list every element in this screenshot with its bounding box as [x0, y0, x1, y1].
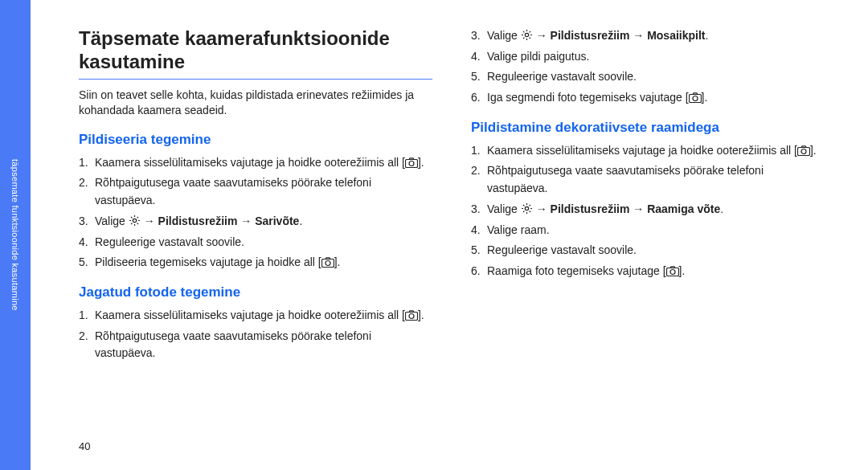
list-number: 3. — [471, 27, 487, 45]
list-item: 3.Valige → Pildistusrežiim → Raamiga võt… — [471, 201, 825, 219]
gear-icon — [521, 29, 533, 41]
list-text: Iga segmendi foto tegemiseks vajutage []… — [487, 89, 825, 107]
list-item: 4.Reguleerige vastavalt soovile. — [79, 234, 432, 251]
list-item: 1.Kaamera sisselülitamiseks vajutage ja … — [471, 142, 825, 160]
page-body: Täpsemate kaamerafunktsioonide kasutamin… — [31, 0, 868, 470]
list-number: 3. — [79, 213, 95, 231]
camera-icon — [405, 310, 418, 321]
camera-icon — [666, 266, 679, 276]
list-text: Reguleerige vastavalt soovile. — [95, 234, 432, 251]
svg-point-11 — [801, 149, 806, 153]
list-number: 1. — [79, 307, 95, 325]
ordered-list: 3.Valige → Pildistusrežiim → Mosaiikpilt… — [471, 27, 825, 107]
intro-text: Siin on teavet selle kohta, kuidas pildi… — [79, 88, 432, 119]
list-text: Rõhtpaigutusega vaate saavutamiseks pöör… — [95, 328, 432, 362]
list-item: 6.Iga segmendi foto tegemiseks vajutage … — [471, 89, 825, 107]
section-heading: Pildiseeria tegemine — [79, 132, 432, 148]
title-rule — [79, 79, 432, 80]
list-text: Reguleerige vastavalt soovile. — [487, 68, 825, 86]
list-text: Valige → Pildistusrežiim → Sarivõte. — [95, 213, 432, 231]
svg-point-7 — [525, 33, 528, 36]
list-text: Valige → Pildistusrežiim → Mosaiikpilt. — [487, 27, 825, 45]
svg-point-4 — [326, 261, 330, 266]
list-item: 6.Raamiga foto tegemiseks vajutage []. — [471, 263, 825, 280]
list-number: 5. — [79, 254, 95, 272]
camera-icon — [405, 157, 418, 168]
list-item: 4.Valige raam. — [471, 222, 825, 239]
ordered-list: 1.Kaamera sisselülitamiseks vajutage ja … — [79, 307, 432, 362]
list-number: 4. — [79, 234, 95, 251]
list-number: 4. — [471, 48, 487, 66]
section-heading: Pildistamine dekoratiivsete raamidega — [471, 120, 825, 136]
list-number: 3. — [471, 201, 487, 219]
ordered-list: 1.Kaamera sisselülitamiseks vajutage ja … — [471, 142, 825, 280]
list-text: Reguleerige vastavalt soovile. — [487, 242, 825, 260]
list-item: 2.Rõhtpaigutusega vaate saavutamiseks pö… — [471, 162, 825, 197]
gear-icon — [521, 202, 533, 215]
list-text: Valige raam. — [487, 222, 825, 239]
list-number: 1. — [471, 142, 487, 160]
list-text: Rõhtpaigutusega vaate saavutamiseks pöör… — [487, 162, 825, 197]
list-text: Kaamera sisselülitamiseks vajutage ja ho… — [95, 307, 432, 325]
list-item: 2.Rõhtpaigutusega vaate saavutamiseks pö… — [79, 174, 432, 209]
list-number: 2. — [471, 162, 487, 197]
camera-icon — [797, 145, 810, 156]
ordered-list: 1.Kaamera sisselülitamiseks vajutage ja … — [79, 154, 432, 272]
list-item: 2.Rõhtpaigutusega vaate saavutamiseks pö… — [79, 328, 432, 362]
list-text: Raamiga foto tegemiseks vajutage []. — [487, 263, 825, 280]
list-item: 5.Reguleerige vastavalt soovile. — [471, 68, 825, 86]
page-number: 40 — [79, 440, 90, 452]
list-text: Valige → Pildistusrežiim → Raamiga võte. — [487, 201, 825, 219]
list-item: 5.Reguleerige vastavalt soovile. — [471, 242, 825, 260]
right-column: 3.Valige → Pildistusrežiim → Mosaiikpilt… — [471, 27, 825, 366]
list-item: 1.Kaamera sisselülitamiseks vajutage ja … — [79, 154, 432, 172]
gear-icon — [129, 215, 141, 227]
list-text: Kaamera sisselülitamiseks vajutage ja ho… — [487, 142, 825, 160]
list-item: 3.Valige → Pildistusrežiim → Mosaiikpilt… — [471, 27, 825, 45]
page-title: Täpsemate kaamerafunktsioonide kasutamin… — [79, 27, 432, 74]
svg-point-1 — [409, 161, 414, 166]
list-number: 6. — [471, 263, 487, 280]
svg-point-12 — [525, 206, 528, 210]
list-number: 5. — [471, 242, 487, 260]
list-number: 2. — [79, 174, 95, 209]
svg-point-9 — [693, 96, 698, 101]
left-column: Täpsemate kaamerafunktsioonide kasutamin… — [79, 27, 432, 366]
svg-point-2 — [133, 219, 136, 222]
sidebar-label: täpsemate funktsioonide kasutamine — [10, 159, 20, 311]
list-text: Valige pildi paigutus. — [487, 48, 825, 66]
section-heading: Jagatud fotode tegemine — [79, 284, 432, 300]
list-text: Pildiseeria tegemiseks vajutage ja hoidk… — [95, 254, 432, 272]
list-item: 1.Kaamera sisselülitamiseks vajutage ja … — [79, 307, 432, 325]
svg-point-6 — [409, 313, 414, 318]
list-text: Kaamera sisselülitamiseks vajutage ja ho… — [95, 154, 432, 172]
list-number: 6. — [471, 89, 487, 107]
camera-icon — [321, 257, 334, 268]
list-text: Rõhtpaigutusega vaate saavutamiseks pöör… — [95, 174, 432, 209]
list-item: 4.Valige pildi paigutus. — [471, 48, 825, 66]
list-item: 5.Pildiseeria tegemiseks vajutage ja hoi… — [79, 254, 432, 272]
list-number: 5. — [471, 68, 487, 86]
list-item: 3.Valige → Pildistusrežiim → Sarivõte. — [79, 213, 432, 231]
list-number: 2. — [79, 328, 95, 362]
camera-icon — [689, 92, 702, 103]
list-number: 1. — [79, 154, 95, 172]
list-number: 4. — [471, 222, 487, 239]
sidebar: täpsemate funktsioonide kasutamine — [0, 0, 31, 470]
svg-point-14 — [670, 269, 675, 274]
